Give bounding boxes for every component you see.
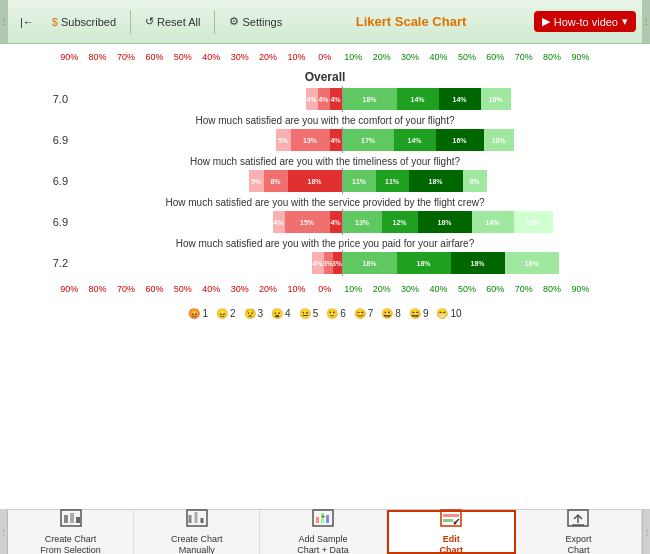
emoji-num-7: 7 — [368, 308, 374, 319]
axis-labels-top: 90% 80% 70% 60% 50% 40% 30% 20% 10% 0% 1… — [55, 52, 595, 62]
edit-chart-label: EditChart — [439, 534, 463, 554]
how-to-button[interactable]: ▶ How-to video ▾ — [534, 11, 636, 32]
left-bar-1-2: 4% — [330, 129, 342, 151]
svg-point-17 — [454, 521, 457, 524]
left-bars-3: 4%15%4% — [72, 209, 342, 235]
reset-button[interactable]: ↺ Reset All — [139, 12, 206, 31]
axis-90l: 90% — [59, 52, 79, 62]
reset-label: Reset All — [157, 16, 200, 28]
create-chart-manually-button[interactable]: Create ChartManually — [134, 510, 260, 554]
right-bar-2-1: 11% — [376, 170, 409, 192]
left-bar-2-0: 5% — [249, 170, 264, 192]
b-axis-60l: 60% — [144, 284, 164, 294]
left-bar-1-0: 5% — [276, 129, 291, 151]
subscribed-icon: $ — [52, 16, 58, 28]
emoji-legend: 😡1😠2😟3😦4😐5🙂6😊7😀8😄9😁10 — [0, 298, 650, 328]
settings-button[interactable]: ⚙ Settings — [223, 12, 288, 31]
svg-text:+: + — [321, 512, 326, 521]
left-bar-4-1: 3% — [324, 252, 333, 274]
settings-label: Settings — [242, 16, 282, 28]
left-bar-3-0: 4% — [273, 211, 285, 233]
emoji-icon-10: 😁 — [436, 308, 448, 319]
left-bars-1: 5%13%4% — [72, 127, 342, 153]
right-bars-4: 18%18%18%18% — [343, 250, 613, 276]
bar-row-1: 6.95%13%4%17%14%16%10% — [0, 127, 650, 153]
side-handle-right: ⋮ — [642, 0, 650, 43]
b-axis-10r: 10% — [343, 284, 363, 294]
emoji-num-4: 4 — [285, 308, 291, 319]
axis-70r: 70% — [514, 52, 534, 62]
emoji-item-8: 😀8 — [381, 308, 401, 319]
svg-rect-11 — [326, 515, 329, 523]
axis-60r: 60% — [485, 52, 505, 62]
right-bar-3-3: 14% — [472, 211, 514, 233]
emoji-icon-7: 😊 — [354, 308, 366, 319]
b-axis-40l: 40% — [201, 284, 221, 294]
right-bar-1-3: 10% — [484, 129, 514, 151]
svg-rect-2 — [70, 513, 74, 523]
svg-rect-9 — [316, 517, 319, 523]
axis-50r: 50% — [457, 52, 477, 62]
right-bar-4-3: 18% — [505, 252, 559, 274]
b-axis-50r: 50% — [457, 284, 477, 294]
bars-container-2: 5%8%18%11%11%18%8% — [72, 168, 612, 194]
how-to-label: How-to video — [554, 16, 618, 28]
back-button[interactable]: |← — [14, 13, 40, 31]
header-toolbar: ⋮ |← $ Subscribed ↺ Reset All ⚙ Settings… — [0, 0, 650, 44]
play-icon: ▶ — [542, 15, 550, 28]
subscribed-label: Subscribed — [61, 16, 116, 28]
axis-80l: 80% — [88, 52, 108, 62]
subscribed-button[interactable]: $ Subscribed — [46, 13, 122, 31]
emoji-item-9: 😄9 — [409, 308, 429, 319]
chart-rows: 7.04%4%4%18%14%14%10%How much satisfied … — [0, 86, 650, 276]
svg-rect-14 — [443, 514, 459, 517]
emoji-num-8: 8 — [395, 308, 401, 319]
right-bar-0-1: 14% — [397, 88, 439, 110]
b-axis-90l: 90% — [59, 284, 79, 294]
score-2: 6.9 — [38, 175, 68, 187]
emoji-icon-6: 🙂 — [326, 308, 338, 319]
b-axis-70l: 70% — [116, 284, 136, 294]
question-label-2: How much satisfied are you with the time… — [0, 156, 650, 167]
bottom-axis: 90% 80% 70% 60% 50% 40% 30% 20% 10% 0% 1… — [0, 280, 650, 298]
settings-icon: ⚙ — [229, 15, 239, 28]
score-1: 6.9 — [38, 134, 68, 146]
edit-chart-button[interactable]: EditChart — [387, 510, 516, 554]
axis-60l: 60% — [144, 52, 164, 62]
left-bar-2-2: 18% — [288, 170, 342, 192]
bars-container-4: 4%3%3%18%18%18%18% — [72, 250, 612, 276]
toolbar-left-handle: ⋮ — [0, 510, 8, 554]
left-bar-3-1: 15% — [285, 211, 330, 233]
export-chart-icon — [567, 509, 589, 532]
export-label: ExportChart — [565, 534, 591, 554]
right-bars-3: 13%12%18%14%13% — [343, 209, 613, 235]
b-axis-30r: 30% — [400, 284, 420, 294]
chart-title: Likert Scale Chart — [294, 14, 528, 29]
right-bar-3-1: 12% — [382, 211, 418, 233]
emoji-icon-9: 😄 — [409, 308, 421, 319]
axis-90r: 90% — [571, 52, 591, 62]
create-chart-selection-button[interactable]: Create ChartFrom Selection — [8, 510, 134, 554]
right-bar-1-1: 14% — [394, 129, 436, 151]
question-label-4: How much satisfied are you with the pric… — [0, 238, 650, 249]
right-bar-4-2: 18% — [451, 252, 505, 274]
score-4: 7.2 — [38, 257, 68, 269]
question-label-1: How much satisfied are you with the comf… — [0, 115, 650, 126]
b-axis-30l: 30% — [230, 284, 250, 294]
create-manually-label: Create ChartManually — [171, 534, 223, 554]
svg-rect-15 — [443, 519, 453, 522]
export-chart-button[interactable]: ExportChart — [516, 510, 642, 554]
emoji-icon-4: 😦 — [271, 308, 283, 319]
emoji-item-5: 😐5 — [299, 308, 319, 319]
right-bar-3-2: 18% — [418, 211, 472, 233]
b-axis-10l: 10% — [286, 284, 306, 294]
left-bar-4-2: 3% — [333, 252, 342, 274]
back-icon: |← — [20, 16, 34, 28]
emoji-item-4: 😦4 — [271, 308, 291, 319]
add-sample-button[interactable]: + Add SampleChart + Data — [260, 510, 386, 554]
b-axis-70r: 70% — [514, 284, 534, 294]
emoji-icon-5: 😐 — [299, 308, 311, 319]
top-axis: 90% 80% 70% 60% 50% 40% 30% 20% 10% 0% 1… — [0, 48, 650, 66]
edit-chart-icon — [440, 509, 462, 532]
right-bars-0: 18%14%14%10% — [343, 86, 613, 112]
